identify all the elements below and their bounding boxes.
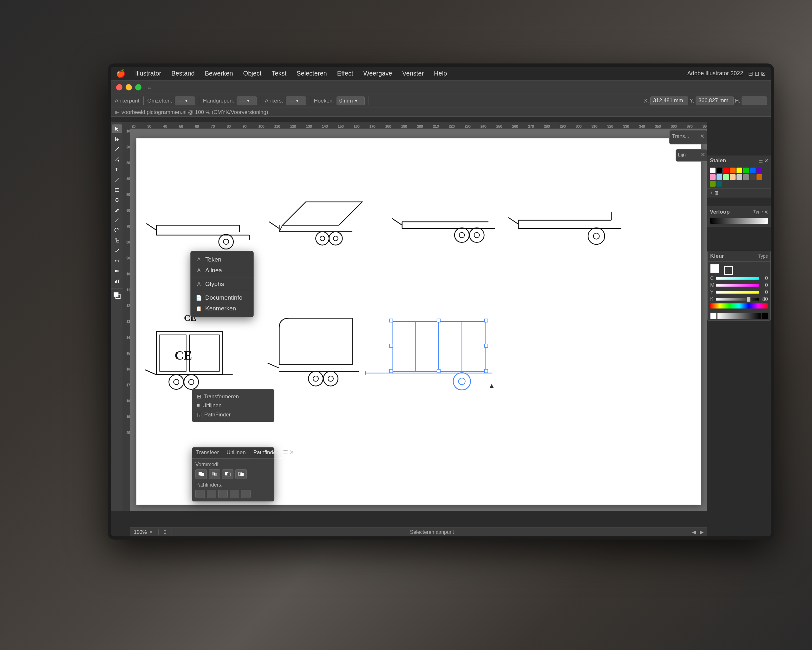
ankers-dropdown[interactable]: —▼: [286, 96, 306, 106]
handgrepen-dropdown[interactable]: —▼: [237, 96, 257, 106]
menu-bestand[interactable]: Bestand: [169, 69, 196, 78]
menu-item-teken[interactable]: A Teken: [191, 254, 253, 265]
brush-tool[interactable]: [112, 216, 122, 225]
prev-artboard-icon[interactable]: ◀: [692, 529, 696, 535]
h-input[interactable]: [742, 96, 767, 106]
swatch-brown[interactable]: [757, 174, 762, 180]
c-slider-track[interactable]: [716, 277, 759, 280]
close-button[interactable]: [116, 84, 122, 90]
verloop-close-icon[interactable]: ✕: [764, 209, 768, 215]
menu-item-kenmerken[interactable]: 📋 Kenmerken: [191, 303, 253, 314]
vormodi-btn-1[interactable]: [195, 470, 207, 479]
pathfinder-btn-1[interactable]: [195, 490, 205, 498]
menu-item-alinea[interactable]: A Alinea: [191, 265, 253, 276]
vormodi-btn-3[interactable]: [222, 470, 234, 479]
x-input[interactable]: 312,481 mm: [650, 96, 688, 106]
ellipse-tool[interactable]: [112, 196, 122, 204]
menu-effect[interactable]: Effect: [335, 69, 355, 78]
direct-selection-tool[interactable]: [112, 135, 122, 144]
menu-tekst[interactable]: Tekst: [270, 69, 288, 78]
menu-item-documentinfo[interactable]: 📄 Documentinfo: [191, 292, 253, 303]
k-slider-track[interactable]: [716, 298, 759, 301]
stalen-list-icon[interactable]: ☰: [759, 158, 763, 164]
fill-stroke-indicator[interactable]: [112, 291, 122, 300]
y-slider-track[interactable]: [716, 291, 759, 294]
tab-transfeer[interactable]: Transfeer: [192, 448, 223, 458]
swatch-black[interactable]: [717, 168, 722, 173]
m-slider-track[interactable]: [716, 284, 759, 287]
scale-tool[interactable]: [112, 236, 122, 245]
minimize-button[interactable]: [126, 84, 132, 90]
uitlijnen-item[interactable]: ≡ Uitlijnen: [195, 401, 272, 410]
next-artboard-icon[interactable]: ▶: [700, 529, 704, 535]
pencil-tool[interactable]: [112, 206, 122, 214]
menu-object[interactable]: Object: [241, 69, 264, 78]
tab-pathfinder[interactable]: Pathfinder: [250, 448, 282, 458]
zoom-dropdown-icon[interactable]: ▼: [149, 530, 153, 535]
swatch-peach[interactable]: [730, 174, 736, 180]
menu-illustrator[interactable]: Illustrator: [133, 69, 163, 78]
window-controls-icon[interactable]: ⊟ ⊡ ⊠: [748, 70, 766, 77]
swatch-purple[interactable]: [757, 168, 762, 173]
stalen-new-icon[interactable]: +: [710, 190, 713, 196]
fullscreen-button[interactable]: [135, 84, 142, 90]
pathfinder-btn-2[interactable]: [207, 490, 216, 498]
transformeren-item[interactable]: ⊞ Transformeren: [195, 392, 272, 401]
tab-uitlijnen[interactable]: Uitlijnen: [223, 448, 249, 458]
omzetten-dropdown[interactable]: —▼: [175, 96, 195, 106]
swatch-lightgreen[interactable]: [723, 174, 729, 180]
swatch-lightgray[interactable]: [737, 174, 742, 180]
stalen-close-icon[interactable]: ✕: [764, 158, 768, 164]
swatch-green[interactable]: [743, 168, 749, 173]
blend-tool[interactable]: [112, 257, 122, 265]
kleur-swatch-black[interactable]: [762, 313, 768, 319]
menu-weergave[interactable]: Weergave: [361, 69, 394, 78]
pathfinder-btn-4[interactable]: [230, 490, 239, 498]
graph-tool[interactable]: [112, 277, 122, 286]
eyedropper-tool[interactable]: [112, 246, 122, 255]
kleur-swatch-white[interactable]: [710, 313, 717, 319]
y-input[interactable]: 366,827 mm: [696, 96, 734, 106]
pen-tool[interactable]: [112, 145, 122, 154]
selection-tool[interactable]: [112, 124, 122, 133]
vormodi-btn-4[interactable]: [235, 470, 247, 479]
color-spectrum[interactable]: [710, 303, 768, 309]
kleur-gradient-bar[interactable]: [717, 313, 761, 319]
rotate-tool[interactable]: [112, 226, 122, 235]
hoeken-dropdown[interactable]: 0 mm ▼: [337, 96, 365, 106]
panel-close-icon[interactable]: ✕: [289, 449, 294, 457]
swatch-lightblue[interactable]: [717, 174, 722, 180]
stalen-delete-icon[interactable]: 🗑: [714, 190, 719, 196]
menu-selecteren[interactable]: Selecteren: [295, 69, 329, 78]
home-icon[interactable]: ⌂: [148, 84, 151, 90]
menu-help[interactable]: Help: [432, 69, 449, 78]
panel-menu-icon[interactable]: ☰: [283, 449, 288, 457]
swatch-pink[interactable]: [710, 174, 716, 180]
apple-logo-icon[interactable]: 🍎: [116, 69, 126, 78]
swatch-red[interactable]: [723, 168, 729, 173]
stroke-swatch[interactable]: [724, 266, 733, 275]
gradient-tool[interactable]: [112, 267, 122, 275]
type-tool[interactable]: T: [112, 165, 122, 174]
menu-item-glyphs[interactable]: A Glyphs: [191, 279, 253, 289]
menu-venster[interactable]: Venster: [400, 69, 426, 78]
lijn-close-icon[interactable]: ✕: [701, 151, 705, 158]
line-tool[interactable]: [112, 175, 122, 184]
swatch-darkgray[interactable]: [750, 174, 756, 180]
swatch-blue[interactable]: [750, 168, 756, 173]
rectangle-tool[interactable]: [112, 185, 122, 194]
fill-swatch[interactable]: [710, 264, 719, 273]
k-slider-thumb[interactable]: [747, 297, 751, 302]
transform-float-close[interactable]: ✕: [700, 133, 704, 140]
gradient-bar[interactable]: [710, 218, 768, 224]
swatch-white[interactable]: [710, 168, 716, 173]
vormodi-btn-2[interactable]: [209, 470, 220, 479]
zoom-control[interactable]: 100% ▼: [134, 529, 153, 535]
swatch-teal[interactable]: [717, 181, 722, 187]
add-anchor-tool[interactable]: +: [112, 155, 122, 164]
menu-bewerken[interactable]: Bewerken: [203, 69, 235, 78]
pathfinder-btn-5[interactable]: [241, 490, 250, 498]
swatch-olive[interactable]: [710, 181, 716, 187]
swatch-gray[interactable]: [743, 174, 749, 180]
swatch-yellow[interactable]: [737, 168, 742, 173]
